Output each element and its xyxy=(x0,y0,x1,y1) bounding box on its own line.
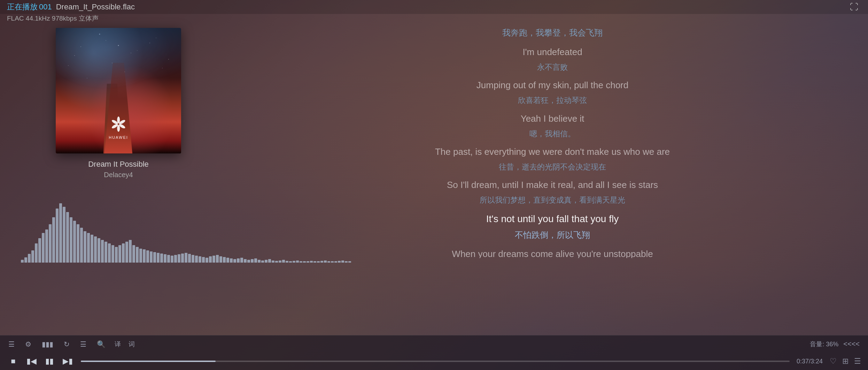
vis-bar xyxy=(296,260,299,263)
controls-bottom: ■ ▮◀ ▮▮ ▶▮ 0:37/3:24 ♡ ⊞ ☰ xyxy=(0,353,868,370)
vis-bar xyxy=(334,261,337,263)
vis-bar xyxy=(331,261,334,263)
lyric-line-en: I'm undefeated xyxy=(258,44,847,60)
volume-down-icon[interactable]: <<<< xyxy=(842,339,861,349)
vis-bar xyxy=(150,251,153,263)
vis-bar xyxy=(279,260,281,263)
favorite-icon[interactable]: ♡ xyxy=(830,357,837,366)
lyric-line: 我奔跑，我攀登，我会飞翔 xyxy=(258,26,847,40)
vis-bar xyxy=(324,260,327,263)
lyric-line-cn: 不怕跌倒，所以飞翔 xyxy=(258,228,847,242)
vis-bar xyxy=(111,245,114,263)
vis-bar xyxy=(338,261,341,263)
vis-bar xyxy=(345,261,348,263)
vis-bar xyxy=(125,242,128,263)
time-display: 0:37/3:24 xyxy=(797,358,823,365)
lyric-line-cn: 欣喜若狂，拉动琴弦 xyxy=(258,94,847,106)
vis-bar xyxy=(289,261,292,263)
song-artist: Delacey4 xyxy=(104,171,133,179)
vis-bar xyxy=(310,261,313,263)
vis-bar xyxy=(84,231,86,263)
main-content: HUAWEI Dream It Possible Delacey4 我奔跑，我攀… xyxy=(0,14,868,335)
visualizer xyxy=(0,193,237,263)
controls-top: ☰ ⚙ ▮▮▮ ↻ ☰ 🔍 译 词 音量: 36% <<<< xyxy=(0,335,868,353)
vis-bar xyxy=(261,260,264,263)
vis-bar xyxy=(303,261,306,263)
vis-bar xyxy=(52,217,55,263)
vis-bar xyxy=(209,256,212,263)
vis-bar xyxy=(101,240,104,263)
lyric-line-cn: 往昔，逝去的光阴不会决定现在 xyxy=(258,161,847,173)
vis-bar xyxy=(192,255,194,263)
huawei-text: HUAWEI xyxy=(109,135,128,139)
vis-bar xyxy=(244,259,247,263)
lyric-line-en: Jumping out of my skin, pull the chord xyxy=(258,77,847,93)
vis-bar xyxy=(181,254,184,263)
vis-bar xyxy=(341,260,344,263)
huawei-logo: HUAWEI xyxy=(109,115,128,139)
vis-bar xyxy=(195,256,198,263)
control-icons: ☰ ⚙ ▮▮▮ ↻ ☰ 🔍 译 词 xyxy=(7,339,135,350)
vis-bar xyxy=(258,260,261,263)
vis-bar xyxy=(307,261,309,263)
vis-bar xyxy=(320,261,323,263)
vis-bar xyxy=(157,253,160,263)
lyric-line-cn: 永不言败 xyxy=(258,61,847,73)
list-icon[interactable]: ☰ xyxy=(79,339,88,350)
search-icon[interactable]: 🔍 xyxy=(95,339,107,350)
vis-bar xyxy=(143,249,146,263)
vis-bar xyxy=(282,260,285,263)
vis-bar xyxy=(98,238,100,263)
vis-bar xyxy=(188,254,191,263)
vis-bar xyxy=(247,260,250,263)
menu-icon[interactable]: ☰ xyxy=(7,339,16,350)
vis-bar xyxy=(104,242,107,263)
vis-bar xyxy=(129,240,132,263)
vis-bar xyxy=(171,256,173,263)
vis-bar xyxy=(230,258,233,263)
vis-bar xyxy=(167,255,170,263)
vis-bar xyxy=(118,245,121,263)
grid-icon[interactable]: ⊞ xyxy=(842,357,848,366)
vis-bar xyxy=(35,243,38,263)
vis-bar xyxy=(293,261,295,263)
now-playing-label: 正在播放 xyxy=(7,2,38,12)
pause-button[interactable]: ▮▮ xyxy=(43,355,56,368)
stop-button[interactable]: ■ xyxy=(7,355,20,368)
vis-bar xyxy=(139,249,142,263)
vis-bar xyxy=(160,254,163,263)
vis-bar xyxy=(216,255,219,263)
spectrum-icon[interactable]: ▮▮▮ xyxy=(40,339,55,350)
vis-bar xyxy=(136,247,139,263)
prev-button[interactable]: ▮◀ xyxy=(25,355,38,368)
vis-bar xyxy=(327,261,330,263)
next-button[interactable]: ▶▮ xyxy=(61,355,74,368)
lyric-line-en: So I'll dream, until I make it real, and… xyxy=(258,177,847,192)
vis-bar xyxy=(21,260,24,263)
vis-bar xyxy=(87,233,90,263)
settings-icon[interactable]: ⚙ xyxy=(24,339,33,350)
vis-bar xyxy=(132,245,135,263)
vis-bar xyxy=(178,254,180,263)
vis-bar xyxy=(254,258,257,263)
vis-bar xyxy=(115,247,118,263)
app-container: 正在播放 001 Dream_It_Possible.flac ⛶ FLAC 4… xyxy=(0,0,868,370)
repeat-icon[interactable]: ↻ xyxy=(62,339,71,350)
vis-bar xyxy=(38,238,41,263)
vis-bar xyxy=(122,243,125,263)
song-title: Dream It Possible xyxy=(88,160,149,169)
lyrics-button[interactable]: 词 xyxy=(129,340,135,348)
vis-bar xyxy=(108,243,111,263)
translate-button[interactable]: 译 xyxy=(115,340,121,348)
vis-bar xyxy=(73,221,76,263)
track-number: 001 xyxy=(39,2,52,12)
title-bar: 正在播放 001 Dream_It_Possible.flac ⛶ xyxy=(0,0,868,14)
vis-bar xyxy=(66,212,69,263)
vis-bar xyxy=(174,255,177,263)
vis-bar xyxy=(94,236,97,263)
vis-bar xyxy=(240,258,243,263)
expand-button[interactable]: ⛶ xyxy=(847,1,861,13)
progress-bar[interactable] xyxy=(81,361,790,362)
playlist-icon[interactable]: ☰ xyxy=(854,357,861,366)
vis-bar xyxy=(275,261,278,263)
